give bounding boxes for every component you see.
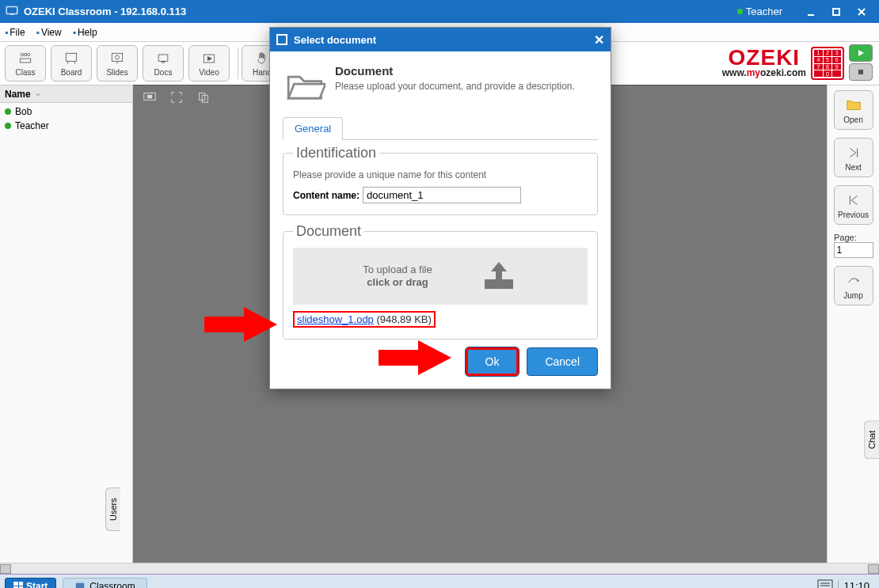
maximize-button[interactable] — [824, 2, 849, 21]
users-tab[interactable]: Users — [105, 487, 120, 531]
page-input[interactable] — [834, 242, 873, 258]
app-icon — [5, 3, 24, 20]
upload-dropzone[interactable]: To upload a file click or drag — [293, 248, 588, 305]
folder-icon — [283, 64, 325, 107]
right-panel: Open Next Previous Page: Jump — [827, 85, 879, 563]
document-fieldset: Document To upload a file click or drag … — [283, 223, 598, 340]
svg-rect-28 — [76, 582, 85, 588]
clock: 11:10 — [838, 580, 874, 588]
svg-rect-3 — [833, 9, 839, 15]
dialog-title: Select document — [294, 34, 376, 46]
svg-rect-17 — [162, 61, 164, 63]
identification-fieldset: Identification Please provide a unique n… — [283, 145, 598, 215]
stop-button[interactable] — [849, 63, 873, 81]
app-title: OZEKI Classroom - 192.168.0.113 — [24, 6, 186, 17]
upload-icon — [480, 260, 518, 292]
open-button[interactable]: Open — [834, 90, 873, 130]
brand-area: OZEKI www.myozeki.com 1234567890 — [716, 42, 879, 85]
start-button[interactable]: Start — [5, 578, 56, 589]
keypad-icon: 1234567890 — [811, 47, 844, 80]
dialog-close-icon[interactable]: ✕ — [594, 32, 604, 47]
menu-help[interactable]: ▪Help — [73, 27, 97, 38]
svg-line-12 — [74, 61, 75, 63]
uploaded-file: slideshow_1.odp (948,89 KB) — [293, 311, 588, 328]
h-scrollbar[interactable] — [0, 563, 879, 574]
status-dot — [737, 9, 743, 14]
svg-rect-29 — [818, 580, 832, 588]
svg-rect-0 — [6, 7, 17, 14]
svg-marker-19 — [207, 56, 211, 60]
dialog-heading: Document — [335, 64, 575, 78]
copy-icon[interactable] — [196, 90, 211, 108]
previous-button[interactable]: Previous — [834, 185, 873, 225]
present-icon[interactable] — [143, 90, 157, 108]
titlebar: OZEKI Classroom - 192.168.0.113 Teacher — [0, 0, 879, 23]
jump-button[interactable]: Jump — [834, 266, 873, 305]
svg-rect-13 — [112, 53, 122, 61]
close-button[interactable] — [849, 2, 874, 21]
svg-rect-23 — [147, 95, 151, 98]
cancel-button[interactable]: Cancel — [527, 347, 598, 376]
tool-class[interactable]: Class — [5, 45, 46, 82]
svg-marker-34 — [491, 262, 507, 271]
menu-file[interactable]: ▪File — [5, 27, 25, 38]
brand-logo: OZEKI — [722, 48, 806, 67]
file-link[interactable]: slideshow_1.odp — [297, 313, 374, 325]
taskbar: Start Classroom 11:10 — [0, 574, 879, 588]
svg-point-14 — [116, 55, 120, 59]
user-row[interactable]: Bob — [5, 106, 127, 117]
svg-point-6 — [21, 53, 23, 55]
ok-button[interactable]: Ok — [466, 347, 519, 376]
play-button[interactable] — [849, 44, 873, 62]
current-user: Teacher — [746, 6, 782, 17]
select-document-dialog: Select document ✕ Document Please upload… — [269, 27, 611, 389]
brand-url: www.myozeki.com — [722, 67, 806, 78]
page-label: Page: — [834, 233, 857, 242]
svg-line-11 — [67, 61, 69, 63]
svg-rect-32 — [485, 279, 513, 289]
dialog-desc: Please upload your document, and provide… — [335, 81, 575, 92]
svg-point-8 — [28, 53, 30, 55]
content-name-label: Content name: — [293, 190, 360, 201]
dialog-icon — [276, 34, 287, 45]
task-classroom[interactable]: Classroom — [63, 578, 146, 589]
svg-rect-21 — [858, 70, 863, 74]
chat-tab[interactable]: Chat — [864, 420, 879, 459]
svg-point-7 — [24, 53, 26, 55]
svg-marker-20 — [858, 50, 864, 56]
svg-rect-1 — [10, 14, 14, 16]
menu-view[interactable]: ▪View — [36, 27, 62, 38]
content-name-input[interactable] — [363, 187, 521, 203]
svg-rect-16 — [158, 55, 168, 61]
tool-board[interactable]: Board — [51, 45, 92, 82]
users-header[interactable]: Name — [0, 85, 132, 103]
dialog-titlebar[interactable]: Select document ✕ — [270, 28, 611, 51]
tool-docs[interactable]: Docs — [143, 45, 184, 82]
svg-rect-10 — [66, 53, 76, 61]
fullscreen-icon[interactable] — [169, 90, 184, 108]
tool-video[interactable]: Video — [188, 45, 230, 82]
minimize-button[interactable] — [798, 2, 824, 21]
svg-rect-9 — [20, 59, 30, 63]
user-row[interactable]: Teacher — [5, 120, 127, 131]
tool-slides[interactable]: Slides — [97, 45, 138, 82]
next-button[interactable]: Next — [834, 138, 873, 177]
tab-general[interactable]: General — [283, 117, 343, 140]
keyboard-icon[interactable] — [817, 579, 833, 588]
